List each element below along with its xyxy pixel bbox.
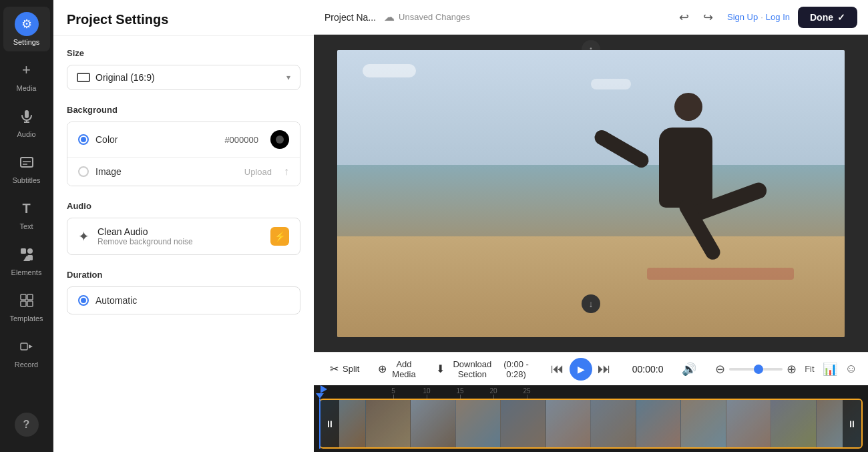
ruler-mark-5: 5 xyxy=(377,387,410,399)
frame-2 xyxy=(366,400,411,447)
playhead-ruler-marker xyxy=(320,385,327,393)
waveform-icon[interactable]: 📊 xyxy=(823,362,837,377)
sidebar-bottom: ? xyxy=(3,407,50,445)
sidebar-item-audio-label: Audio xyxy=(17,130,35,138)
zoom-slider[interactable] xyxy=(729,368,783,371)
sidebar-item-audio[interactable]: Audio xyxy=(3,99,50,144)
cloud-1 xyxy=(363,64,416,77)
duration-section-title: Duration xyxy=(67,270,300,280)
sidebar-item-record-label: Record xyxy=(15,361,38,369)
upload-icon: ↑ xyxy=(284,166,289,178)
sidebar-item-elements[interactable]: Elements xyxy=(3,237,50,282)
log-in-link[interactable]: Log In xyxy=(766,12,790,22)
sidebar-item-text[interactable]: T Text xyxy=(3,191,50,236)
done-button[interactable]: Done ✓ xyxy=(798,7,857,28)
timeline-handle-left[interactable]: ⏸ xyxy=(320,400,339,447)
color-swatch[interactable] xyxy=(270,130,289,149)
color-radio xyxy=(78,134,89,145)
redo-button[interactable]: ↪ xyxy=(698,7,719,28)
download-range: (0:00 - 0:28) xyxy=(500,359,532,379)
svg-rect-13 xyxy=(27,301,33,306)
size-section: Size Original (16:9) ▾ xyxy=(67,48,300,90)
frame-10 xyxy=(726,400,772,447)
undo-redo: ↩ ↪ xyxy=(674,7,719,28)
frame-8 xyxy=(636,400,682,447)
background-section: Background Color #000000 Image xyxy=(67,105,300,186)
upload-label[interactable]: Upload xyxy=(244,167,272,177)
volume-icon[interactable]: 🔊 xyxy=(682,362,696,377)
zoom-area: ⊖ ⊕ xyxy=(715,362,797,377)
color-hex-value: #000000 xyxy=(224,135,258,145)
svg-rect-7 xyxy=(27,248,33,254)
bottom-scroll-icon: ↓ xyxy=(582,294,600,313)
ruler-mark-25: 25 xyxy=(510,387,544,399)
timeline-track[interactable]: ⏸ ⏸ xyxy=(319,399,863,449)
audio-section: Audio ✦ Clean Audio Remove background no… xyxy=(67,201,300,255)
ruler-mark-20: 20 xyxy=(477,387,510,399)
frame-9 xyxy=(681,400,726,447)
templates-icon xyxy=(15,288,39,312)
sidebar: ⚙ Settings + Media Audio Subtitles T xyxy=(0,0,53,452)
clean-audio-text: Clean Audio Remove background noise xyxy=(97,226,262,246)
svg-rect-6 xyxy=(21,248,26,254)
sidebar-item-templates[interactable]: Templates xyxy=(3,283,50,328)
audio-icon xyxy=(15,104,39,128)
split-label: Split xyxy=(343,364,359,374)
ruler-mark-10: 10 xyxy=(410,387,443,399)
play-controls: ⏮ ▶ ⏭ xyxy=(551,358,611,381)
frame-7 xyxy=(591,400,636,447)
color-radio-inner xyxy=(81,137,86,142)
svg-rect-11 xyxy=(27,294,33,300)
automatic-radio xyxy=(78,295,89,306)
fit-label[interactable]: Fit xyxy=(805,364,814,374)
play-button[interactable]: ▶ xyxy=(570,358,592,381)
sidebar-item-media[interactable]: + Media xyxy=(3,53,50,97)
playhead[interactable] xyxy=(319,399,320,449)
sidebar-item-help[interactable]: ? xyxy=(3,407,50,444)
sparkle-icon: ✦ xyxy=(78,228,89,244)
image-option[interactable]: Image Upload ↑ xyxy=(67,158,300,186)
skip-back-button[interactable]: ⏮ xyxy=(551,361,564,377)
size-dropdown-label: Original (16:9) xyxy=(95,72,155,83)
subtitles-icon xyxy=(15,150,39,174)
download-section-button[interactable]: ⬇ Download Section (0:00 - 0:28) xyxy=(431,357,537,382)
zoom-in-icon[interactable]: ⊕ xyxy=(787,362,797,377)
svg-rect-9 xyxy=(27,255,33,260)
zoom-out-icon[interactable]: ⊖ xyxy=(715,362,725,377)
add-media-button[interactable]: ⊕ Add Media xyxy=(373,357,422,382)
download-label: Download Section xyxy=(449,359,496,379)
unsaved-label: Unsaved Changes xyxy=(399,12,470,22)
svg-rect-0 xyxy=(25,110,29,118)
emoji-button[interactable]: ☺ xyxy=(845,362,857,376)
scroll-down-indicator: ↓ xyxy=(582,294,600,313)
media-icon: + xyxy=(15,58,39,82)
frame-6 xyxy=(546,400,592,447)
undo-button[interactable]: ↩ xyxy=(674,7,695,28)
duration-option[interactable]: Automatic xyxy=(67,286,300,314)
sidebar-item-subtitles[interactable]: Subtitles xyxy=(3,145,50,190)
sidebar-item-templates-label: Templates xyxy=(9,314,43,322)
split-icon: ✂ xyxy=(330,363,339,375)
timeline-left-controls xyxy=(319,385,327,393)
help-icon: ? xyxy=(15,413,39,437)
background-section-title: Background xyxy=(67,105,300,115)
project-name[interactable]: Project Na... xyxy=(324,12,376,23)
ruler-mark-15: 15 xyxy=(443,387,477,399)
zoom-thumb xyxy=(754,365,763,374)
clean-audio-card[interactable]: ✦ Clean Audio Remove background noise ⚡ xyxy=(67,218,300,255)
automatic-label: Automatic xyxy=(95,295,289,306)
timeline-area: 5 10 15 20 25 xyxy=(314,385,868,452)
sidebar-item-record[interactable]: Record xyxy=(3,329,50,374)
split-button[interactable]: ✂ Split xyxy=(324,360,365,378)
sidebar-item-settings[interactable]: ⚙ Settings xyxy=(3,7,50,51)
video-scene xyxy=(337,50,845,337)
sign-up-link[interactable]: Sign Up xyxy=(727,12,758,22)
auth-links: Sign Up · Log In xyxy=(727,12,790,22)
main-area: Project Na... ☁ Unsaved Changes ↩ ↪ Sign… xyxy=(314,0,868,452)
skip-forward-button[interactable]: ⏭ xyxy=(598,361,611,377)
timeline-handle-right[interactable]: ⏸ xyxy=(843,400,861,447)
size-dropdown[interactable]: Original (16:9) ▾ xyxy=(67,65,300,90)
sidebar-item-text-label: Text xyxy=(19,222,33,230)
color-option[interactable]: Color #000000 xyxy=(67,122,300,158)
timeline-ruler: 5 10 15 20 25 xyxy=(314,385,868,399)
